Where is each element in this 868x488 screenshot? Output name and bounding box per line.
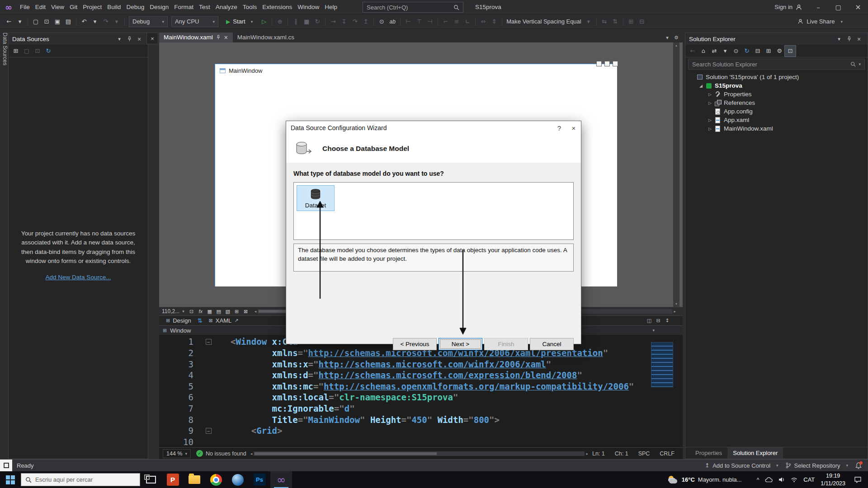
step-out-icon[interactable]: ↥ <box>360 16 371 27</box>
window-position-icon[interactable]: ▾ <box>114 36 124 42</box>
start-button[interactable] <box>0 471 21 488</box>
zoom-level-dropdown[interactable]: 110,2... ▾ <box>162 308 184 314</box>
finish-button[interactable]: Finish <box>484 338 528 350</box>
scroll-left-icon[interactable]: ◂ <box>253 309 258 314</box>
browser-icon[interactable] <box>227 471 249 488</box>
align-centers-icon[interactable]: ⊤ <box>414 16 425 27</box>
scroll-left-icon[interactable]: ◂ <box>249 451 254 456</box>
window-position-icon[interactable]: ▾ <box>834 36 844 42</box>
tree-item-app-config[interactable]: App.config <box>685 107 868 116</box>
open-file-icon[interactable]: ⊡ <box>41 16 52 27</box>
resize-grip[interactable] <box>604 61 610 66</box>
notifications-bell-icon[interactable] <box>855 462 862 469</box>
expander-closed-icon[interactable]: ▷ <box>706 92 714 97</box>
network-icon[interactable] <box>791 477 797 483</box>
send-to-back-icon[interactable]: ⊟ <box>637 16 647 27</box>
editor-horizontal-scrollbar[interactable]: ◂ ▸ <box>249 451 590 456</box>
code-line[interactable]: 6 xmlns:local="clr-namespace:S15prova" <box>159 392 683 403</box>
tab-solution-explorer[interactable]: Solution Explorer <box>727 447 783 459</box>
visual-studio-icon[interactable]: ∞ <box>270 471 292 488</box>
panel-close-button[interactable]: × <box>146 33 158 44</box>
start-without-debugging-icon[interactable]: ▷ <box>259 16 269 27</box>
solution-explorer-search-box[interactable]: Search Solution Explorer ▾ <box>688 59 865 70</box>
tree-item-mainwindow-xaml[interactable]: ▷MainWindow.xaml <box>685 124 868 133</box>
scroll-right-icon[interactable]: ▸ <box>585 451 590 456</box>
find-in-files-icon[interactable]: ⊙ <box>376 16 387 27</box>
close-button[interactable]: × <box>566 124 581 132</box>
fit-selection-icon[interactable]: ⊡ <box>187 307 196 315</box>
pin-icon[interactable] <box>844 36 854 42</box>
snap-to-grid-icon[interactable]: ▤ <box>214 307 223 315</box>
align-middles-icon[interactable]: ≡ <box>451 16 462 27</box>
break-all-icon[interactable]: ∥ <box>290 16 301 27</box>
scroll-up-icon[interactable]: ▴ <box>675 43 677 47</box>
close-icon[interactable]: × <box>224 34 228 41</box>
show-hidden-icons-button[interactable]: ^ <box>757 477 760 483</box>
show-grid-icon[interactable]: ▦ <box>205 307 214 315</box>
sync-with-active-document-icon[interactable]: ⊙ <box>731 46 741 56</box>
expander-closed-icon[interactable]: ▷ <box>706 101 714 105</box>
artboard-background-icon[interactable]: ▧ <box>223 307 232 315</box>
menu-design[interactable]: Design <box>147 0 171 14</box>
show-all-files-icon[interactable]: ⊞ <box>763 46 774 56</box>
swap-panes-icon[interactable]: ⇅ <box>195 317 205 324</box>
close-icon[interactable]: × <box>854 36 864 42</box>
dataset-option[interactable]: Dataset <box>297 185 335 211</box>
effects-toggle-icon[interactable]: fx <box>196 307 205 315</box>
nav-back-dropdown-icon[interactable]: ▾ <box>14 16 25 27</box>
action-center-button[interactable] <box>854 476 862 483</box>
photoshop-icon[interactable]: Ps <box>249 471 270 488</box>
database-model-listbox[interactable]: Dataset <box>293 182 574 240</box>
issues-indicator[interactable]: ✓ No issues found <box>196 450 246 457</box>
tab-mainwindow-xaml[interactable]: MainWindow.xaml × <box>159 33 233 42</box>
save-icon[interactable]: ▣ <box>52 16 63 27</box>
sign-in-button[interactable]: Sign in <box>768 4 808 10</box>
menu-project[interactable]: Project <box>80 0 104 14</box>
select-repository-button[interactable]: Select Repository ▾ <box>786 462 848 469</box>
nav-back-icon[interactable]: ← <box>4 16 14 27</box>
language-indicator[interactable]: CAT <box>803 476 815 483</box>
step-over-icon[interactable]: ↷ <box>349 16 360 27</box>
stop-debugging-icon[interactable]: ■ <box>301 16 312 27</box>
close-button[interactable]: × <box>848 0 868 14</box>
expander-closed-icon[interactable]: ▷ <box>706 118 714 122</box>
disable-project-code-icon[interactable]: ⊠ <box>241 307 250 315</box>
previous-button[interactable]: < Previous <box>393 338 437 350</box>
scroll-down-icon[interactable]: ▾ <box>675 302 677 306</box>
make-same-height-icon[interactable]: ⇕ <box>489 16 500 27</box>
menu-debug[interactable]: Debug <box>123 0 147 14</box>
close-icon[interactable]: × <box>134 36 144 42</box>
expander-closed-icon[interactable]: ▷ <box>706 127 714 131</box>
code-line[interactable]: 4 xmlns:d="http://schemas.microsoft.com/… <box>159 370 683 381</box>
tree-item-references[interactable]: ▷References <box>685 99 868 107</box>
redo-dropdown-icon[interactable]: ▾ <box>111 16 122 27</box>
add-to-source-control-button[interactable]: ↥ Add to Source Control ▾ <box>705 462 778 469</box>
code-line[interactable]: 3 xmlns:x="http://schemas.microsoft.com/… <box>159 358 683 370</box>
menu-test[interactable]: Test <box>196 0 213 14</box>
popout-icon[interactable]: ↗ <box>234 318 238 324</box>
new-project-icon[interactable]: ▢ <box>30 16 41 27</box>
menu-view[interactable]: View <box>48 0 67 14</box>
fold-toggle-icon[interactable]: – <box>206 339 212 345</box>
speaker-icon[interactable] <box>778 477 785 483</box>
switch-views-icon[interactable]: ⇄ <box>709 46 720 56</box>
chevron-down-icon[interactable]: ▾ <box>652 328 655 333</box>
weather-widget[interactable]: 16°C Mayorm. nubla... <box>668 475 742 484</box>
save-all-icon[interactable]: ▤ <box>63 16 74 27</box>
menu-window[interactable]: Window <box>295 0 322 14</box>
menu-tools[interactable]: Tools <box>240 0 260 14</box>
data-sources-header[interactable]: Data Sources ▾ × <box>9 33 148 45</box>
feedback-icon[interactable] <box>0 460 12 471</box>
code-line[interactable]: 9– <Grid> <box>159 425 683 436</box>
clock[interactable]: 19:19 1/11/2023 <box>821 472 845 487</box>
step-into-icon[interactable]: ↧ <box>339 16 349 27</box>
xaml-view-tab[interactable]: ⊠ XAML ↗ <box>205 316 243 325</box>
edit-data-source-icon[interactable]: ▢ <box>21 46 32 56</box>
dialog-title-bar[interactable]: Data Source Configuration Wizard ? × <box>286 121 581 135</box>
code-line[interactable]: 8 Title="MainWindow" Height="450" Width=… <box>159 414 683 425</box>
menu-edit[interactable]: Edit <box>33 0 48 14</box>
column-indicator[interactable]: Ch: 1 <box>615 450 628 457</box>
scroll-right-icon[interactable]: ▸ <box>672 309 677 314</box>
align-rights-icon[interactable]: ⊣ <box>425 16 435 27</box>
task-view-button[interactable] <box>140 471 162 488</box>
